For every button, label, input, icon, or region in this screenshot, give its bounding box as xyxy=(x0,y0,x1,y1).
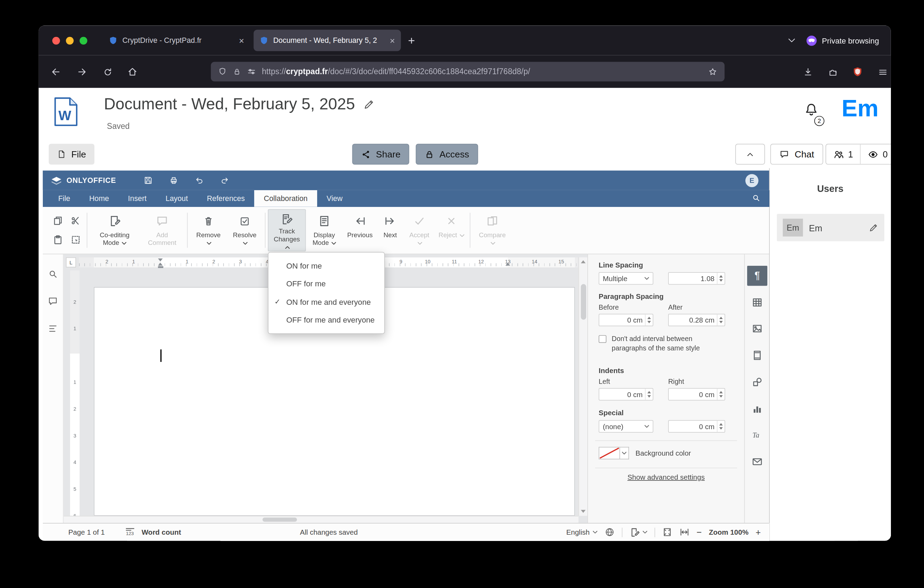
edit-name-pencil-icon[interactable] xyxy=(869,223,878,232)
tab-cryptdrive[interactable]: CryptDrive - CryptPad.fr × xyxy=(103,30,250,51)
undo-button[interactable] xyxy=(195,175,205,185)
word-count-label[interactable]: Word count xyxy=(142,528,181,537)
tab-document[interactable]: Document - Wed, February 5, 2 × xyxy=(254,30,401,51)
horizontal-scroll-thumb[interactable] xyxy=(262,518,297,522)
horizontal-scrollbar[interactable] xyxy=(64,516,579,523)
table-settings-icon[interactable] xyxy=(747,292,767,312)
copy-button[interactable] xyxy=(52,215,63,226)
left-indent-marker[interactable] xyxy=(158,266,163,268)
list-all-tabs-icon[interactable] xyxy=(787,36,796,45)
fit-width-button[interactable] xyxy=(679,527,689,537)
spinner-arrows[interactable] xyxy=(645,314,653,325)
chat-button[interactable]: Chat xyxy=(771,144,823,165)
right-indent-marker[interactable] xyxy=(505,263,510,266)
language-selector[interactable]: English xyxy=(566,528,597,537)
tab-stop-selector[interactable]: L xyxy=(66,258,76,268)
editors-counter[interactable]: 1 xyxy=(826,145,860,164)
zoom-window-button[interactable] xyxy=(80,36,87,44)
downloads-button[interactable] xyxy=(799,63,817,81)
scroll-up-arrow[interactable] xyxy=(581,260,586,263)
find-icon[interactable] xyxy=(47,269,58,279)
notifications-bell-icon[interactable] xyxy=(804,102,819,117)
tab-layout[interactable]: Layout xyxy=(156,190,197,207)
url-text[interactable]: https://cryptpad.fr/doc/#/3/doc/edit/ff0… xyxy=(262,67,702,76)
select-all-button[interactable] xyxy=(69,234,81,245)
reload-button[interactable] xyxy=(99,63,116,81)
share-button[interactable]: Share xyxy=(352,144,409,165)
zoom-level[interactable]: Zoom 100% xyxy=(709,528,749,537)
editor-user-avatar[interactable]: E xyxy=(746,174,759,187)
no-interval-checkbox[interactable] xyxy=(599,335,607,343)
back-button[interactable] xyxy=(47,63,65,81)
page-indicator[interactable]: Page 1 of 1 xyxy=(68,528,105,537)
special-indent-select[interactable]: (none) xyxy=(599,420,653,433)
shape-settings-icon[interactable] xyxy=(747,372,767,392)
navigation-headings-icon[interactable] xyxy=(47,323,58,334)
image-settings-icon[interactable] xyxy=(747,319,767,339)
bookmark-star-icon[interactable] xyxy=(708,67,717,76)
coediting-mode-button[interactable]: Co-editing Mode xyxy=(90,209,140,251)
redo-button[interactable] xyxy=(220,175,230,185)
spinner-arrows[interactable] xyxy=(717,389,724,400)
next-change-button[interactable]: Next xyxy=(377,209,403,251)
add-comment-button[interactable]: Add Comment xyxy=(140,209,185,251)
zoom-out-button[interactable]: − xyxy=(697,528,702,537)
tracking-shield-icon[interactable] xyxy=(218,67,227,76)
print-button[interactable] xyxy=(169,175,179,185)
indent-right-spinner[interactable]: 0 cm xyxy=(668,388,725,401)
vertical-scrollbar[interactable] xyxy=(579,258,588,516)
tab-insert[interactable]: Insert xyxy=(118,190,156,207)
remove-button[interactable]: Remove xyxy=(190,209,227,251)
home-button[interactable] xyxy=(124,63,141,81)
tab-file[interactable]: File xyxy=(49,190,80,207)
spinner-arrows[interactable] xyxy=(717,273,724,284)
tab-home[interactable]: Home xyxy=(80,190,118,207)
reject-button[interactable]: Reject xyxy=(435,209,467,251)
advanced-settings-link[interactable]: Show advanced settings xyxy=(588,473,744,481)
spinner-arrows[interactable] xyxy=(717,421,724,432)
zoom-in-button[interactable]: + xyxy=(756,528,761,537)
close-window-button[interactable] xyxy=(52,36,60,44)
minimize-window-button[interactable] xyxy=(66,36,73,44)
url-bar[interactable]: https://cryptpad.fr/doc/#/3/doc/edit/ff0… xyxy=(211,62,725,81)
previous-change-button[interactable]: Previous xyxy=(343,209,377,251)
track-changes-button[interactable]: Track Changes xyxy=(268,209,306,251)
spinner-arrows[interactable] xyxy=(645,389,653,400)
extensions-button[interactable] xyxy=(824,63,842,81)
close-tab-icon[interactable]: × xyxy=(389,36,395,45)
paste-button[interactable] xyxy=(52,234,63,245)
chart-settings-icon[interactable] xyxy=(747,399,767,419)
first-line-indent-marker[interactable] xyxy=(158,258,163,262)
menu-item-off-for-me[interactable]: ✓ OFF for me xyxy=(269,275,384,293)
menu-item-on-for-me[interactable]: ✓ ON for me xyxy=(269,257,384,275)
accept-button[interactable]: Accept xyxy=(403,209,435,251)
document-title[interactable]: Document - Wed, February 5, 2025 xyxy=(104,95,355,114)
resolve-button[interactable]: Resolve xyxy=(227,209,262,251)
collapse-toolbar-button[interactable] xyxy=(735,144,765,165)
user-avatar[interactable]: Em xyxy=(842,95,878,122)
track-changes-status-toggle[interactable] xyxy=(629,527,647,537)
hanging-indent-marker[interactable] xyxy=(158,263,163,266)
display-mode-button[interactable]: Display Mode xyxy=(306,209,343,251)
menu-item-on-for-everyone[interactable]: ✓ ON for me and everyone xyxy=(269,293,384,311)
fit-page-button[interactable] xyxy=(662,527,672,537)
text-art-settings-icon[interactable]: Ta xyxy=(747,425,767,445)
indent-left-spinner[interactable]: 0 cm xyxy=(599,388,653,401)
access-button[interactable]: Access xyxy=(416,144,478,165)
paragraph-settings-icon[interactable]: ¶ xyxy=(747,266,767,286)
compare-button[interactable]: Compare xyxy=(473,209,512,251)
comments-icon[interactable] xyxy=(47,296,58,307)
permissions-icon[interactable] xyxy=(247,67,256,76)
lock-icon[interactable] xyxy=(233,68,241,76)
mail-merge-settings-icon[interactable] xyxy=(747,451,767,472)
line-spacing-select[interactable]: Multiple xyxy=(599,272,653,284)
ublock-origin-button[interactable] xyxy=(849,63,866,81)
tab-collaboration[interactable]: Collaboration xyxy=(254,190,317,207)
scroll-down-arrow[interactable] xyxy=(581,510,586,513)
new-tab-button[interactable]: + xyxy=(408,35,415,46)
tab-view[interactable]: View xyxy=(317,190,352,207)
cut-button[interactable] xyxy=(69,215,81,226)
spinner-arrows[interactable] xyxy=(717,314,724,325)
special-indent-spinner[interactable]: 0 cm xyxy=(668,420,725,433)
menu-item-off-for-everyone[interactable]: ✓ OFF for me and everyone xyxy=(269,311,384,329)
